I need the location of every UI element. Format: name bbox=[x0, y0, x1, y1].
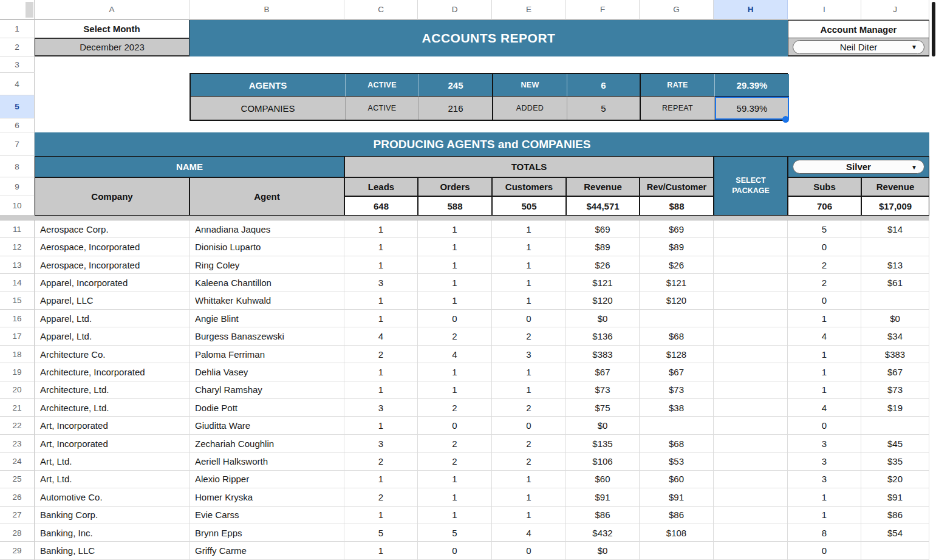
cell-subs-revenue[interactable]: $34 bbox=[861, 327, 929, 345]
cell-agent[interactable]: Alexio Ripper bbox=[190, 471, 344, 488]
row-header-4[interactable]: 4 bbox=[0, 73, 35, 95]
cell-company[interactable]: Architecture Co. bbox=[35, 346, 190, 363]
column-header-i[interactable]: I bbox=[788, 0, 861, 19]
cell-leads[interactable]: 4 bbox=[344, 327, 418, 345]
row-header[interactable]: 24 bbox=[0, 452, 35, 470]
cell-orders[interactable]: 1 bbox=[418, 507, 492, 524]
cell-rev-customer[interactable]: $128 bbox=[640, 346, 714, 363]
row-header-8[interactable]: 8 bbox=[0, 156, 35, 177]
cell-company[interactable]: Aerospace Corp. bbox=[35, 220, 190, 238]
account-manager-label[interactable]: Account Manager bbox=[788, 20, 929, 38]
column-header-h-selected[interactable]: H bbox=[714, 0, 788, 19]
cell-orders[interactable]: 2 bbox=[418, 435, 492, 452]
stats-agents-active-value[interactable]: 245 bbox=[419, 74, 493, 97]
leads-column-header[interactable]: Leads bbox=[344, 177, 418, 196]
cell-company[interactable]: Art, Ltd. bbox=[35, 471, 190, 488]
cell-subs[interactable]: 5 bbox=[788, 220, 861, 238]
row-header[interactable]: 26 bbox=[0, 488, 35, 506]
cell-subs-revenue[interactable]: $19 bbox=[861, 399, 929, 417]
cell-agent[interactable]: Ring Coley bbox=[190, 256, 344, 274]
cell-subs-revenue[interactable]: $35 bbox=[861, 452, 929, 470]
total-orders[interactable]: 588 bbox=[418, 196, 492, 216]
row-header[interactable]: 12 bbox=[0, 238, 35, 256]
column-header-d[interactable]: D bbox=[418, 0, 492, 19]
cell-subs[interactable]: 1 bbox=[788, 346, 861, 363]
cell-leads[interactable]: 3 bbox=[344, 435, 418, 452]
cell-company[interactable]: Architecture, Ltd. bbox=[35, 399, 190, 417]
row-header[interactable]: 13 bbox=[0, 256, 35, 274]
cell-orders[interactable]: 1 bbox=[418, 274, 492, 292]
account-manager-dropdown[interactable]: Neil Diter ▼ bbox=[793, 40, 924, 54]
column-header-j[interactable]: J bbox=[861, 0, 929, 19]
cell-company[interactable]: Aerospace, Incorporated bbox=[35, 256, 190, 274]
cell-subs[interactable]: 1 bbox=[788, 488, 861, 506]
cell-customers[interactable]: 2 bbox=[492, 399, 566, 417]
cell-revenue[interactable]: $120 bbox=[566, 292, 640, 310]
cell-leads[interactable]: 3 bbox=[344, 399, 418, 417]
total-subs[interactable]: 706 bbox=[788, 196, 861, 216]
select-month-label[interactable]: Select Month bbox=[35, 20, 190, 38]
stats-agents-rate-value[interactable]: 29.39% bbox=[715, 74, 789, 97]
cell-orders[interactable]: 1 bbox=[418, 488, 492, 506]
cell-company[interactable]: Apparel, Incorporated bbox=[35, 274, 190, 292]
row-header[interactable]: 22 bbox=[0, 417, 35, 434]
cell-revenue[interactable]: $89 bbox=[566, 238, 640, 256]
row-header[interactable]: 19 bbox=[0, 363, 35, 381]
cell-rev-customer[interactable]: $38 bbox=[640, 399, 714, 417]
cell-revenue[interactable]: $0 bbox=[566, 310, 640, 327]
cell-subs-revenue[interactable] bbox=[861, 417, 929, 434]
cell-select-package[interactable] bbox=[714, 381, 788, 399]
stats-agents-new-value[interactable]: 6 bbox=[567, 74, 641, 97]
cell-agent[interactable]: Dodie Pott bbox=[190, 399, 344, 417]
cell-leads[interactable]: 5 bbox=[344, 524, 418, 542]
row-header[interactable]: 23 bbox=[0, 435, 35, 452]
cell-leads[interactable]: 1 bbox=[344, 238, 418, 256]
cell-select-package[interactable] bbox=[714, 399, 788, 417]
cell-orders[interactable]: 4 bbox=[418, 346, 492, 363]
cell-customers[interactable]: 4 bbox=[492, 524, 566, 542]
cell-company[interactable]: Banking, LLC bbox=[35, 542, 190, 559]
cell-leads[interactable]: 3 bbox=[344, 274, 418, 292]
cell-rev-customer[interactable] bbox=[640, 417, 714, 434]
cell-agent[interactable]: Dehlia Vasey bbox=[190, 363, 344, 381]
cell-revenue[interactable]: $75 bbox=[566, 399, 640, 417]
cell-subs[interactable]: 3 bbox=[788, 471, 861, 488]
cell-orders[interactable]: 2 bbox=[418, 327, 492, 345]
cell-rev-customer[interactable]: $120 bbox=[640, 292, 714, 310]
row-header-5-selected[interactable]: 5 bbox=[0, 95, 35, 118]
cell-company[interactable]: Aerospace, Incorporated bbox=[35, 238, 190, 256]
cell-customers[interactable]: 1 bbox=[492, 488, 566, 506]
cell-leads[interactable]: 1 bbox=[344, 507, 418, 524]
cell-select-package[interactable] bbox=[714, 292, 788, 310]
cell-orders[interactable]: 0 bbox=[418, 417, 492, 434]
cell-revenue[interactable]: $26 bbox=[566, 256, 640, 274]
revenue-column-header[interactable]: Revenue bbox=[566, 177, 640, 196]
selected-cell-h5[interactable]: 59.39% bbox=[715, 97, 789, 120]
cell-subs-revenue[interactable] bbox=[861, 238, 929, 256]
cell-customers[interactable]: 1 bbox=[492, 381, 566, 399]
cell-select-package[interactable] bbox=[714, 435, 788, 452]
cell-rev-customer[interactable]: $68 bbox=[640, 327, 714, 345]
cell-subs[interactable]: 0 bbox=[788, 417, 861, 434]
total-leads[interactable]: 648 bbox=[344, 196, 418, 216]
cell-leads[interactable]: 1 bbox=[344, 542, 418, 559]
cell-subs-revenue[interactable]: $0 bbox=[861, 310, 929, 327]
cell-subs[interactable]: 2 bbox=[788, 256, 861, 274]
stats-companies-added-label[interactable]: ADDED bbox=[493, 97, 567, 120]
cell-rev-customer[interactable]: $86 bbox=[640, 507, 714, 524]
cell-revenue[interactable]: $121 bbox=[566, 274, 640, 292]
cell-orders[interactable]: 2 bbox=[418, 452, 492, 470]
cell-orders[interactable]: 1 bbox=[418, 292, 492, 310]
cell-revenue[interactable]: $86 bbox=[566, 507, 640, 524]
cell-select-package[interactable] bbox=[714, 417, 788, 434]
cell-subs[interactable]: 1 bbox=[788, 363, 861, 381]
cell-rev-customer[interactable]: $91 bbox=[640, 488, 714, 506]
row-header[interactable]: 27 bbox=[0, 507, 35, 524]
cell-revenue[interactable]: $0 bbox=[566, 542, 640, 559]
cell-agent[interactable]: Griffy Carme bbox=[190, 542, 344, 559]
cell-subs[interactable]: 4 bbox=[788, 399, 861, 417]
cell-rev-customer[interactable]: $89 bbox=[640, 238, 714, 256]
cell-select-package[interactable] bbox=[714, 310, 788, 327]
cell-company[interactable]: Art, Incorporated bbox=[35, 417, 190, 434]
cell-rev-customer[interactable]: $68 bbox=[640, 435, 714, 452]
